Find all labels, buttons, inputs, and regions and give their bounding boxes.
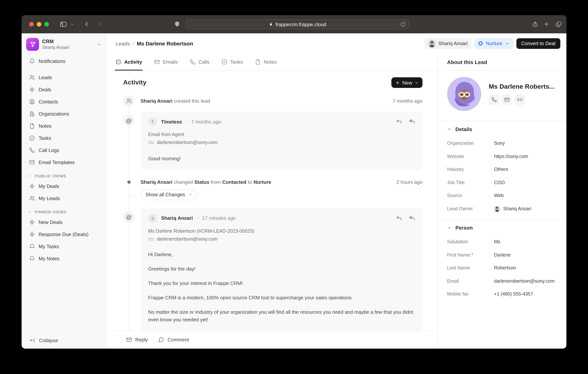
sidebar-item-response-due[interactable]: Response Due (Deals) (25, 229, 102, 239)
assignee-chip[interactable]: Shariq Ansari (424, 38, 472, 49)
person-section-header[interactable]: Person (447, 220, 562, 235)
chevron-down-icon (28, 174, 32, 178)
required-asterisk: * (471, 252, 473, 258)
person-row-last-name[interactable]: Last Name Robertson (447, 261, 562, 275)
tab-activity[interactable]: Activity (116, 53, 142, 71)
sidebar-item-notes[interactable]: Notes (25, 121, 102, 131)
reply-icon[interactable] (396, 119, 402, 125)
reply-button[interactable]: Reply (126, 337, 148, 342)
breadcrumb-parent[interactable]: Leads (116, 40, 130, 46)
tab-emails[interactable]: Emails (154, 53, 178, 71)
sidebar-item-new-deals[interactable]: New Deals (25, 217, 102, 227)
sidebar-item-leads[interactable]: Leads (25, 72, 102, 83)
event-actor: Shariq Ansari (141, 98, 172, 104)
forward-button[interactable] (97, 21, 104, 28)
person-row-salutation[interactable]: Salutation Ms (447, 235, 562, 248)
detail-row-source[interactable]: Source Web (447, 189, 562, 202)
sidebar-item-label: Call Logs (39, 147, 59, 153)
sidebar-item-tasks[interactable]: Tasks (25, 133, 102, 143)
sidebar-item-email-templates[interactable]: Email Templates (25, 157, 102, 168)
show-all-changes-button[interactable]: Show all Changes (141, 189, 197, 200)
person-row-email[interactable]: Email darlenerobertson@sony.com (447, 275, 562, 288)
section-pinned-views[interactable]: PINNED VIEWS (25, 210, 102, 214)
new-activity-button[interactable]: New (391, 77, 422, 88)
detail-row-organization[interactable]: Organization Sony (447, 137, 562, 150)
tab-tasks[interactable]: Tasks (222, 53, 243, 71)
sidebar-item-notifications[interactable]: Notifications (25, 56, 102, 66)
sidebar-item-my-tasks[interactable]: My Tasks (25, 241, 102, 252)
tasks-icon (29, 135, 35, 141)
sidebar-item-my-deals[interactable]: My Deals (25, 181, 102, 191)
share-icon[interactable] (532, 21, 538, 27)
bell-icon (29, 256, 35, 261)
reply-icon[interactable] (396, 215, 402, 221)
detail-row-industry[interactable]: Industry Others (447, 163, 562, 176)
reply-all-icon[interactable] (409, 215, 415, 221)
event-action: created this lead (174, 98, 210, 104)
chevron-down-icon (97, 42, 102, 47)
new-button-label: New (402, 80, 412, 85)
at-sign-icon: @ (123, 211, 135, 223)
convert-to-deal-button[interactable]: Convert to Deal (516, 38, 560, 49)
detail-row-website[interactable]: Website https://sony.com (447, 150, 562, 163)
sidebar-item-call-logs[interactable]: Call Logs (25, 145, 102, 155)
browser-window: frappecrm.frappe.cloud CRM Shariq Ansari (21, 15, 567, 349)
minimize-window-button[interactable] (37, 22, 41, 27)
lead-status-dropdown[interactable]: Nurture (474, 38, 513, 49)
tab-calls[interactable]: Calls (190, 53, 210, 71)
activity-feed: Activity New (106, 71, 438, 331)
chevron-down-icon[interactable] (70, 22, 74, 27)
activity-column: Activity Emails Calls Tasks (106, 53, 438, 349)
sidebar-item-deals[interactable]: Deals (25, 85, 102, 95)
section-title: PINNED VIEWS (35, 210, 66, 214)
details-section-header[interactable]: Details (447, 122, 562, 137)
person-section: Person Salutation Ms First Name* Darlene… (438, 219, 567, 304)
field-value: Ms (494, 239, 562, 245)
workspace-switcher[interactable]: CRM Shariq Ansari (21, 33, 106, 54)
email-to-row: TO: darlenerobertson@sony.com (148, 140, 415, 145)
close-window-button[interactable] (29, 22, 34, 27)
privacy-shield-icon[interactable] (174, 21, 180, 27)
event-time: 7 months ago (392, 98, 422, 104)
email-subject: Ms Darlene Robertson (#CRM-LEAD-2023-000… (148, 228, 415, 234)
details-section: Details Organization Sony Website https:… (438, 120, 567, 219)
sidebar-item-label: Response Due (Deals) (39, 232, 88, 237)
link-button[interactable] (514, 94, 525, 105)
zoom-window-button[interactable] (44, 22, 49, 27)
field-label: Industry (447, 167, 494, 172)
sidebar-collapse-button[interactable]: Collapse (21, 332, 106, 349)
back-button[interactable] (83, 21, 90, 28)
new-tab-icon[interactable] (543, 21, 550, 27)
person-row-first-name[interactable]: First Name* Darlene (447, 248, 562, 261)
detail-row-job-title[interactable]: Job Title COO (447, 176, 562, 189)
sidebar-item-my-notes[interactable]: My Notes (25, 254, 102, 264)
chevron-down-icon (447, 127, 452, 131)
sidebar-item-my-leads[interactable]: My Leads (25, 193, 102, 203)
section-public-views[interactable]: PUBLIC VIEWS (25, 173, 102, 178)
detail-row-lead-owner[interactable]: Lead Owner Shariq Ansari (447, 202, 562, 215)
comment-button[interactable]: Comment (158, 337, 189, 342)
tab-overview-icon[interactable] (556, 21, 562, 27)
email-paragraph: Hi Darlene, (148, 251, 415, 258)
app-sidebar: CRM Shariq Ansari Notifications Leads De… (21, 33, 106, 349)
crm-logo (26, 38, 39, 51)
to-address: darlenerobertson@sony.com (157, 140, 218, 145)
sidebar-item-organizations[interactable]: Organizations (25, 109, 102, 119)
lead-avatar[interactable] (447, 77, 481, 111)
reply-all-icon[interactable] (409, 119, 415, 125)
lead-details-panel: About this Lead (438, 53, 567, 349)
avatar: T (148, 117, 157, 126)
email-button[interactable] (502, 94, 512, 105)
field-value: COO (494, 180, 562, 185)
reload-icon[interactable] (400, 21, 406, 27)
funnel-icon (29, 41, 36, 48)
mail-icon (29, 160, 35, 165)
person-row-mobile[interactable]: Mobile No +1 (480) 555-4357 (447, 288, 562, 301)
sidebar-toggle-icon[interactable] (60, 21, 67, 28)
sidebar-item-label: Organizations (39, 111, 69, 117)
sidebar-item-contacts[interactable]: Contacts (25, 97, 102, 107)
tab-notes[interactable]: Notes (255, 53, 277, 71)
address-bar[interactable]: frappecrm.frappe.cloud (186, 19, 409, 29)
call-button[interactable] (489, 94, 499, 105)
status-label: Nurture (486, 41, 502, 46)
